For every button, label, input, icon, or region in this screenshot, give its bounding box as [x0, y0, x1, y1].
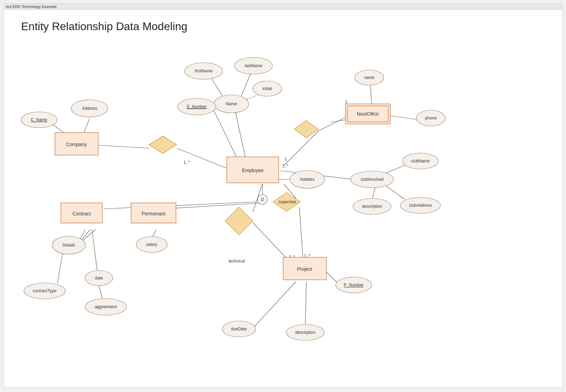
clubname-label: clubName — [411, 159, 430, 163]
svg-line-5 — [318, 117, 346, 131]
cname-label: C_Name — [31, 117, 47, 122]
tab-bar[interactable]: erd ERD Technology Example — [4, 4, 562, 10]
svg-line-16 — [388, 115, 419, 120]
date-label: date — [95, 276, 103, 280]
svg-text:1..*: 1..* — [183, 160, 190, 165]
svg-line-8 — [235, 112, 246, 160]
svg-text:1..*: 1..* — [282, 163, 288, 168]
svg-line-39 — [305, 282, 306, 324]
employee-label: Employee — [242, 168, 263, 173]
disjoint-label: D — [261, 197, 264, 202]
aggreement-label: aggreement — [95, 304, 117, 309]
company-label: Company — [66, 142, 87, 147]
main-window: erd ERD Technology Example Entity Relati… — [3, 3, 563, 388]
svg-line-4 — [284, 131, 318, 166]
firstname-label: firstName — [195, 69, 213, 73]
initial-label: initial — [262, 86, 272, 91]
svg-line-37 — [299, 207, 303, 259]
supervise-label: supervise — [278, 199, 296, 204]
svg-line-38 — [253, 282, 296, 328]
proj-desc-label: description — [295, 330, 315, 335]
project-label: Project — [297, 266, 312, 272]
svg-line-28 — [83, 230, 96, 240]
nextofkin-1-label: 1 — [345, 99, 348, 104]
svg-line-21 — [384, 185, 405, 199]
svg-text:technical: technical — [228, 259, 245, 264]
svg-line-27 — [82, 230, 90, 240]
details-label: Details — [62, 243, 75, 248]
erd-diagram: 1 1..* 1 — [4, 10, 562, 384]
pnumber-label: P_Number — [344, 283, 363, 287]
phone-label: phone — [425, 116, 437, 121]
has-nok-diamond — [294, 121, 318, 138]
duedate-label: dueDate — [231, 327, 247, 331]
svg-line-12 — [214, 110, 239, 162]
club-desc-label: description — [362, 204, 382, 209]
svg-line-26 — [80, 230, 85, 240]
salary-label: salary — [146, 242, 157, 247]
svg-line-1 — [177, 148, 228, 169]
nok-name-label: name — [364, 75, 375, 80]
diagram-area: Entity Relationship Data Modeling 1 1..*… — [4, 10, 562, 384]
svg-line-29 — [92, 230, 97, 270]
svg-line-30 — [57, 253, 63, 283]
works-on-diamond — [225, 207, 253, 235]
svg-text:1: 1 — [285, 157, 287, 161]
contract-label: Contract — [72, 211, 91, 216]
hobbies-label: hobbies — [300, 177, 315, 182]
lastname-label: lastName — [245, 63, 262, 68]
svg-line-34 — [253, 223, 287, 259]
enumber-label: E_Number — [187, 104, 207, 109]
clubaddress-label: clubAddress — [409, 203, 432, 208]
works-for-diamond — [149, 136, 177, 153]
contracttype-label: contractType — [33, 288, 57, 293]
tab-label[interactable]: erd ERD Technology Example — [6, 5, 57, 9]
svg-line-20 — [372, 187, 376, 199]
permenant-label: Permenant — [142, 211, 165, 216]
address-label: Address — [82, 106, 97, 111]
nextofkin-label: NextOfKin — [357, 111, 379, 117]
clubinvolved-label: clubInvolved — [360, 177, 384, 182]
svg-line-31 — [99, 286, 102, 298]
svg-line-0 — [90, 145, 149, 148]
name-attr-label: Name — [226, 101, 237, 106]
